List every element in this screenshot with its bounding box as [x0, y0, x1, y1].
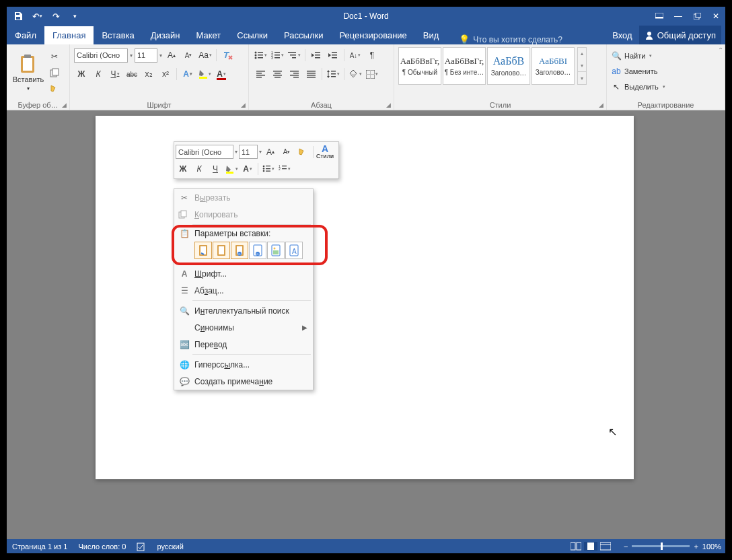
tab-design[interactable]: Дизайн: [143, 26, 188, 44]
align-right-button[interactable]: [287, 67, 301, 81]
paste-picture-button[interactable]: [267, 242, 285, 259]
zoom-out-button[interactable]: −: [624, 542, 628, 551]
taskbar-firefox[interactable]: [153, 555, 189, 557]
change-case-button[interactable]: Aa: [198, 48, 213, 63]
tab-mailings[interactable]: Рассылки: [276, 26, 331, 44]
format-painter-icon[interactable]: [48, 81, 61, 96]
replace-button[interactable]: abЗаменить: [611, 65, 657, 78]
status-language[interactable]: русский: [151, 542, 188, 551]
highlight-color-button[interactable]: [197, 67, 212, 81]
tab-view[interactable]: Вид: [415, 26, 447, 44]
tab-home[interactable]: Главная: [44, 26, 94, 44]
line-spacing-button[interactable]: [326, 67, 340, 81]
tab-references[interactable]: Ссылки: [229, 26, 276, 44]
align-left-button[interactable]: [253, 67, 268, 81]
cut-icon[interactable]: ✂: [48, 49, 61, 64]
paste-button[interactable]: Вставить▾: [11, 47, 46, 98]
taskbar-explorer[interactable]: 📁: [77, 555, 114, 557]
superscript-button[interactable]: x²: [158, 67, 173, 81]
mini-font-color-button[interactable]: A: [240, 162, 255, 176]
mini-bullets-button[interactable]: [261, 162, 276, 176]
taskbar-chrome[interactable]: [190, 555, 227, 557]
taskbar-mediaplayer[interactable]: ▶: [115, 555, 151, 557]
gallery-more-icon[interactable]: ▾: [578, 71, 586, 84]
taskbar-skype[interactable]: S: [266, 555, 302, 557]
increase-indent-button[interactable]: [326, 48, 340, 63]
clipboard-launcher-icon[interactable]: ◢: [62, 102, 67, 108]
minimize-button[interactable]: —: [669, 7, 688, 26]
mini-grow-font-icon[interactable]: A▴: [263, 145, 278, 160]
find-button[interactable]: 🔍Найти▾: [611, 49, 652, 63]
strikethrough-button[interactable]: abc: [124, 67, 139, 81]
show-desktop-button[interactable]: [717, 555, 723, 557]
collapse-ribbon-icon[interactable]: ⌃: [718, 46, 723, 54]
menu-translate[interactable]: 🔤Перевод: [174, 336, 313, 353]
paste-merge-button[interactable]: [213, 242, 230, 259]
status-word-count[interactable]: Число слов: 0: [73, 542, 131, 551]
taskbar-word[interactable]: W: [341, 555, 377, 557]
mini-shrink-font-icon[interactable]: A▾: [279, 145, 294, 160]
tab-review[interactable]: Рецензирование: [331, 26, 414, 44]
save-icon[interactable]: [11, 9, 26, 24]
tab-layout[interactable]: Макет: [188, 26, 229, 44]
styles-launcher-icon[interactable]: ◢: [599, 102, 603, 108]
bold-button[interactable]: Ж: [74, 67, 89, 81]
decrease-font-icon[interactable]: A▾: [181, 48, 196, 63]
chevron-up-icon[interactable]: ▴: [578, 48, 586, 60]
font-name-combo[interactable]: Calibri (Осно: [74, 48, 128, 63]
underline-button[interactable]: Ч: [108, 67, 122, 81]
show-marks-button[interactable]: ¶: [365, 48, 379, 63]
sort-button[interactable]: A↓: [348, 48, 363, 63]
bullets-button[interactable]: [253, 48, 268, 63]
select-button[interactable]: ↖Выделить▾: [611, 80, 665, 94]
style-nospacing[interactable]: АаБбВвГг,¶ Без инте…: [443, 47, 486, 85]
menu-new-comment[interactable]: 💬Создать примечание: [174, 373, 313, 390]
chevron-down-icon[interactable]: ▾: [578, 60, 586, 72]
status-proofing-icon[interactable]: [131, 542, 151, 551]
font-color-button[interactable]: A: [214, 67, 229, 81]
status-page[interactable]: Страница 1 из 1: [7, 542, 73, 551]
sign-in-link[interactable]: Вход: [612, 30, 632, 40]
font-size-combo[interactable]: 11: [135, 48, 157, 63]
font-launcher-icon[interactable]: ◢: [241, 102, 246, 108]
shading-button[interactable]: [348, 67, 363, 81]
menu-copy[interactable]: Копировать: [174, 206, 313, 223]
paste-keep-source-button[interactable]: [194, 242, 212, 259]
style-heading2[interactable]: АаБбВIЗаголово…: [532, 47, 575, 85]
decrease-indent-button[interactable]: [309, 48, 324, 63]
menu-cut[interactable]: ✂Вырезать: [174, 189, 313, 206]
redo-icon[interactable]: ↷: [48, 9, 63, 24]
clear-formatting-icon[interactable]: [220, 48, 235, 63]
italic-button[interactable]: К: [91, 67, 106, 81]
taskbar-excel[interactable]: X: [303, 555, 340, 557]
copy-icon[interactable]: [48, 65, 61, 80]
mini-highlight-button[interactable]: [224, 162, 239, 176]
zoom-slider[interactable]: [632, 545, 690, 547]
maximize-button[interactable]: [688, 7, 706, 26]
taskbar-ie[interactable]: e: [40, 555, 76, 557]
mini-numbering-button[interactable]: 12: [277, 162, 292, 176]
paste-text-only-button[interactable]: A: [285, 242, 303, 259]
close-button[interactable]: ✕: [706, 7, 725, 26]
mini-styles-button[interactable]: A Стили: [316, 144, 334, 160]
mini-size-combo[interactable]: 11: [239, 145, 258, 159]
text-effects-button[interactable]: A: [180, 67, 195, 81]
zoom-in-button[interactable]: +: [694, 542, 698, 551]
menu-font[interactable]: AШрифт...: [174, 265, 313, 282]
mini-font-combo[interactable]: Calibri (Осно: [176, 145, 233, 159]
view-web-icon[interactable]: [600, 542, 611, 551]
multilevel-button[interactable]: [287, 48, 301, 63]
style-heading1[interactable]: АаБбВЗаголово…: [487, 47, 530, 85]
mini-bold-button[interactable]: Ж: [176, 162, 190, 176]
paragraph-launcher-icon[interactable]: ◢: [386, 102, 391, 108]
ribbon-options-icon[interactable]: [650, 7, 669, 26]
style-gallery-scroll[interactable]: ▴ ▾ ▾: [577, 47, 587, 85]
paste-link-source-button[interactable]: ∞: [231, 242, 248, 259]
tray-clock[interactable]: 13:49 30.04.2017: [675, 557, 712, 557]
mini-format-painter-icon[interactable]: [295, 145, 310, 160]
justify-button[interactable]: [303, 67, 318, 81]
view-print-icon[interactable]: [584, 542, 597, 551]
subscript-button[interactable]: x₂: [141, 67, 156, 81]
tell-me-search[interactable]: 💡 Что вы хотите сделать?: [459, 34, 562, 44]
undo-icon[interactable]: ↶▾: [30, 9, 44, 24]
